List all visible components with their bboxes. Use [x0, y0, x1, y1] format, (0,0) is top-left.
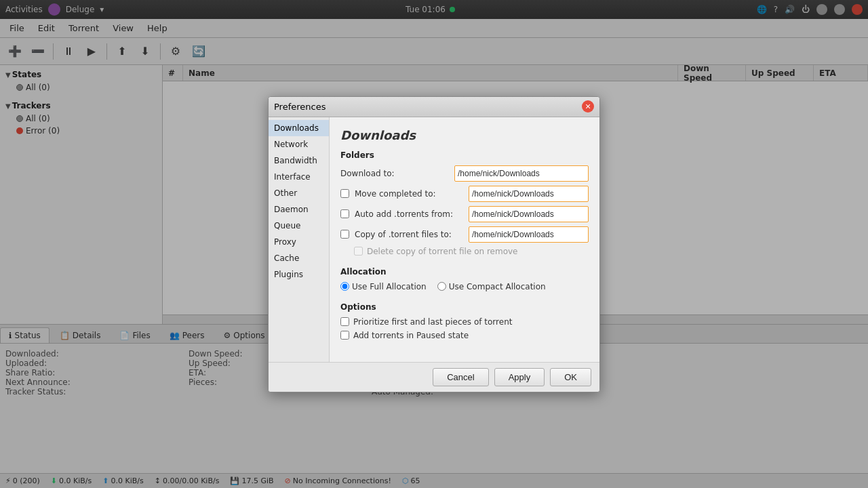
dialog-overlay: Preferences ✕ Downloads Network Bandwidt… [0, 0, 868, 488]
allocation-group-title: Allocation [340, 267, 589, 277]
category-downloads[interactable]: Downloads [269, 120, 329, 136]
dialog-body: Downloads Network Bandwidth Interface Ot… [269, 117, 599, 362]
options-group-title: Options [340, 302, 589, 312]
use-compact-label: Use Compact Allocation [449, 282, 546, 291]
dialog-title: Preferences [274, 102, 326, 112]
copy-torrent-checkbox[interactable] [340, 230, 349, 239]
auto-add-label: Auto add .torrents from: [355, 209, 463, 219]
use-full-label: Use Full Allocation [352, 282, 427, 291]
category-plugins[interactable]: Plugins [269, 266, 329, 283]
move-completed-label: Move completed to: [355, 189, 463, 199]
use-compact-radio[interactable] [437, 282, 446, 291]
delete-copy-label: Delete copy of torrent file on remove [367, 247, 517, 256]
download-to-row: Download to: [340, 165, 589, 182]
dialog-close-button[interactable]: ✕ [582, 100, 594, 113]
prioritize-label: Prioritize first and last pieces of torr… [353, 317, 512, 327]
allocation-group: Allocation Use Full Allocation Use Compa… [340, 267, 589, 291]
apply-button[interactable]: Apply [494, 368, 545, 386]
dialog-main-panel: Downloads Folders Download to: Move comp… [330, 117, 599, 362]
category-daemon[interactable]: Daemon [269, 201, 329, 218]
prioritize-row: Prioritize first and last pieces of torr… [340, 317, 589, 327]
dialog-footer: Cancel Apply OK [269, 362, 599, 392]
use-full-radio[interactable] [340, 282, 349, 291]
category-other[interactable]: Other [269, 185, 329, 201]
copy-torrent-row: Copy of .torrent files to: [340, 226, 589, 243]
allocation-radio-group: Use Full Allocation Use Compact Allocati… [340, 282, 589, 291]
preferences-dialog: Preferences ✕ Downloads Network Bandwidt… [268, 96, 600, 392]
category-queue[interactable]: Queue [269, 218, 329, 234]
dialog-section-title: Downloads [340, 128, 589, 142]
cancel-button[interactable]: Cancel [433, 368, 488, 386]
download-to-input[interactable] [454, 165, 589, 182]
move-completed-checkbox[interactable] [340, 189, 349, 198]
dialog-categories: Downloads Network Bandwidth Interface Ot… [269, 117, 330, 362]
category-cache[interactable]: Cache [269, 250, 329, 266]
compact-allocation-row: Use Compact Allocation [437, 282, 546, 291]
auto-add-checkbox[interactable] [340, 209, 349, 218]
dialog-titlebar: Preferences ✕ [269, 97, 599, 117]
ok-button[interactable]: OK [550, 368, 591, 386]
auto-add-row: Auto add .torrents from: [340, 206, 589, 222]
folders-group: Folders Download to: Move completed to: [340, 150, 589, 256]
options-group: Options Prioritize first and last pieces… [340, 302, 589, 340]
add-paused-row: Add torrents in Paused state [340, 331, 589, 340]
delete-copy-checkbox[interactable] [354, 247, 363, 256]
move-completed-input[interactable] [469, 186, 589, 202]
folders-group-title: Folders [340, 150, 589, 160]
copy-torrent-label: Copy of .torrent files to: [355, 230, 463, 239]
prioritize-checkbox[interactable] [340, 317, 349, 326]
move-completed-row: Move completed to: [340, 186, 589, 202]
category-network[interactable]: Network [269, 136, 329, 152]
category-bandwidth[interactable]: Bandwidth [269, 152, 329, 169]
delete-copy-row: Delete copy of torrent file on remove [354, 247, 589, 256]
add-paused-label: Add torrents in Paused state [353, 331, 469, 340]
add-paused-checkbox[interactable] [340, 331, 349, 340]
category-interface[interactable]: Interface [269, 169, 329, 185]
download-to-label: Download to: [340, 169, 449, 178]
category-proxy[interactable]: Proxy [269, 234, 329, 250]
full-allocation-row: Use Full Allocation [340, 282, 427, 291]
auto-add-input[interactable] [469, 206, 589, 222]
copy-torrent-input[interactable] [469, 226, 589, 243]
